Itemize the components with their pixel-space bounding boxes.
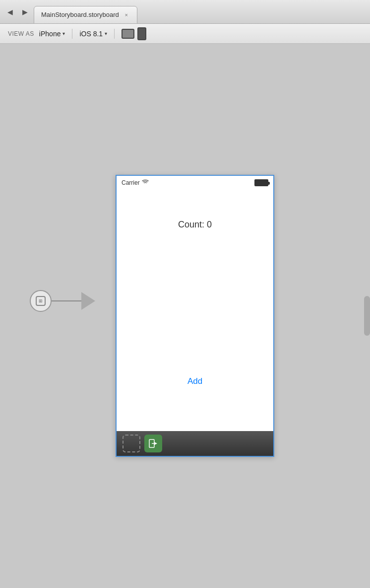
back-button[interactable]: ◀ [4,6,16,18]
ios-version: iOS 8.1 [79,30,103,38]
portrait-icon[interactable] [137,27,146,40]
canvas-area: ⊞ Carrier [0,44,370,588]
count-label: Count: 0 [117,220,273,230]
ios-version-selector[interactable]: iOS 8.1 ▾ [79,30,107,38]
device-name: iPhone [39,30,61,38]
iphone-content: Count: 0 Add [117,190,273,431]
dock-placeholder-icon [123,435,140,452]
tab-bar: ◀ ▶ MainStoryboard.storyboard × [0,0,370,24]
separator-1 [72,29,72,39]
entry-icon: ⊞ [36,296,46,306]
tab-close-button[interactable]: × [123,11,130,18]
battery-icon [254,179,268,186]
ios-dropdown-arrow[interactable]: ▾ [105,31,107,36]
iphone-dock [117,431,273,456]
view-as-label: VIEW AS [8,30,34,37]
device-dropdown-arrow[interactable]: ▾ [62,31,65,36]
entry-point-arrow: ⊞ [30,290,95,312]
dock-exit-icon [144,435,162,452]
iphone-frame: Carrier Count: 0 Add [116,175,274,457]
carrier-label: Carrier [122,179,140,186]
separator-2 [114,29,115,39]
entry-line [52,300,81,301]
tab-title: MainStoryboard.storyboard [41,11,119,18]
wifi-icon [142,179,149,187]
storyboard-tab[interactable]: MainStoryboard.storyboard × [34,6,137,24]
forward-button[interactable]: ▶ [19,6,31,18]
landscape-icon[interactable] [122,29,134,39]
carrier-info: Carrier [122,179,149,187]
toolbar: VIEW AS iPhone ▾ iOS 8.1 ▾ [0,24,370,44]
device-selector[interactable]: iPhone ▾ [39,30,65,38]
vertical-scrollbar[interactable] [364,296,370,336]
entry-circle: ⊞ [30,290,52,312]
arrow-head [81,292,95,310]
status-bar: Carrier [117,176,273,190]
add-button[interactable]: Add [117,376,273,386]
